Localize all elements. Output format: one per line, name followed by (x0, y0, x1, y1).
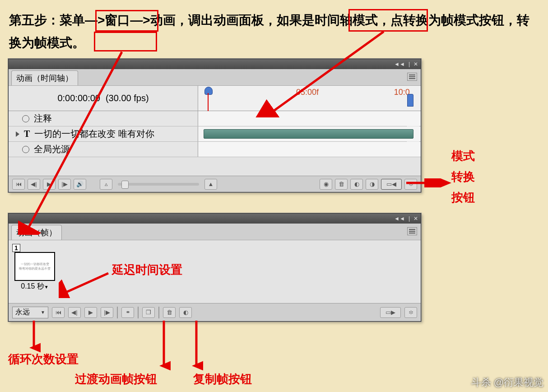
misc-button-2[interactable]: ◑ (366, 179, 378, 190)
fps-label: (30.00 fps) (106, 93, 149, 103)
anno-copy: 复制帧按钮 (193, 371, 252, 387)
convert-mode-button[interactable]: ▭◀ (381, 179, 402, 190)
frame-thumb-1[interactable]: 1 一切的一切都在改变 唯有对你的爱永远不变 0.15 秒▼ (12, 244, 57, 291)
arrow-loop (27, 321, 41, 352)
prev-frame-button[interactable]: ◀| (28, 179, 40, 190)
resize-grip-icon[interactable]: ፨ (404, 179, 417, 190)
resize-grip-icon[interactable]: ፨ (404, 307, 417, 318)
track-label: 全局光源 (34, 143, 70, 155)
watermark: 斗杀 @衍果视觉 (471, 376, 543, 389)
work-area-end[interactable] (407, 94, 413, 107)
rewind-button[interactable]: ⏮ (12, 179, 25, 190)
tab-frame[interactable]: 动画（帧） (11, 225, 62, 240)
onion-skin-button[interactable]: ◉ (320, 179, 332, 190)
expand-icon[interactable] (16, 131, 19, 137)
type-icon: T (24, 129, 30, 139)
frame-preview: 一切的一切都在改变 唯有对你的爱永远不变 (14, 252, 55, 281)
delete-button[interactable]: 🗑 (335, 179, 348, 190)
timecode-area: 0:00:00:00 (30.00 fps) (9, 86, 198, 111)
frame-delay-label[interactable]: 0.15 秒▼ (21, 282, 49, 291)
duplicate-frame-button[interactable]: ❐ (142, 307, 155, 318)
anno-mode-2: 转换 (451, 169, 475, 185)
prev-frame-button[interactable]: ◀| (68, 307, 81, 318)
anno-tween: 过渡动画帧按钮 (75, 371, 157, 387)
layer-duration-bar[interactable] (204, 129, 413, 139)
stopwatch-icon[interactable] (22, 146, 29, 153)
playhead-icon[interactable] (203, 87, 214, 110)
close-icon[interactable]: ✕ (413, 215, 418, 222)
next-frame-button[interactable]: |▶ (58, 179, 71, 190)
play-button[interactable]: ▶ (84, 307, 97, 318)
stopwatch-icon[interactable] (22, 115, 29, 122)
anno-delay: 延迟时间设置 (112, 262, 182, 278)
arrow-copy (190, 321, 203, 370)
anno-mode-1: 模式 (451, 148, 475, 164)
delete-frame-button[interactable]: 🗑 (163, 307, 176, 318)
play-button[interactable]: ▶ (43, 179, 56, 190)
loop-select[interactable]: 永远 (12, 307, 48, 318)
misc-frame-button[interactable]: ◐ (179, 307, 192, 318)
timeline-ruler[interactable]: 0:00:00:00 (30.00 fps) 05:00f 10:0 (9, 86, 421, 111)
divider-icon: | (409, 61, 410, 67)
zoom-in-icon[interactable]: ▲ (204, 179, 217, 190)
ruler-mark-5s: 05:00f (296, 88, 319, 97)
track-text-layer[interactable]: T 一切的一切都在改变 唯有对你 (9, 126, 421, 142)
collapse-icon[interactable]: ◄◄ (394, 215, 405, 222)
anno-loop: 循环次数设置 (8, 351, 79, 367)
step-instruction: 第五步：菜单—>窗口—>动画，调出动画面板，如果是时间轴模式，点转换为帧模式按钮… (9, 9, 539, 55)
track-label: 注释 (34, 112, 52, 125)
tab-row: 动画（帧） (9, 224, 421, 240)
timeline-footer: ⏮ ◀| ▶ |▶ 🔊 ▵ ▲ ◉ 🗑 ◐ ◑ ▭◀ ፨ (9, 176, 421, 192)
zoom-slider[interactable] (118, 183, 199, 186)
panel-titlebar: ◄◄ | ✕ (9, 59, 421, 69)
panel-titlebar: ◄◄ | ✕ (9, 214, 421, 224)
timeline-panel: ◄◄ | ✕ 动画（时间轴） 0:00:00:00 (30.00 fps) 05… (8, 59, 421, 192)
divider-icon: | (409, 215, 410, 222)
convert-mode-button-2[interactable]: ▭▶ (380, 307, 401, 318)
timecode: 0:00:00:00 (57, 93, 100, 103)
frame-body: 1 一切的一切都在改变 唯有对你的爱永远不变 0.15 秒▼ (9, 240, 421, 303)
tab-timeline[interactable]: 动画（时间轴） (11, 70, 78, 85)
timeline-body: 0:00:00:00 (30.00 fps) 05:00f 10:0 注释 T … (9, 85, 421, 176)
audio-button[interactable]: 🔊 (74, 179, 86, 190)
frame-panel: ◄◄ | ✕ 动画（帧） 1 一切的一切都在改变 唯有对你的爱永远不变 0.15… (8, 213, 421, 322)
close-icon[interactable]: ✕ (413, 61, 418, 67)
frame-number: 1 (12, 244, 20, 252)
zoom-out-icon[interactable]: ▵ (100, 179, 112, 190)
panel-menu-icon[interactable] (407, 73, 417, 81)
arrow-tween (157, 321, 171, 370)
first-frame-button[interactable]: ⏮ (52, 307, 65, 318)
track-comments: 注释 (9, 111, 421, 126)
collapse-icon[interactable]: ◄◄ (394, 61, 405, 67)
anno-mode-3: 按钮 (451, 190, 475, 205)
track-label: 一切的一切都在改变 唯有对你 (34, 128, 154, 140)
next-frame-button[interactable]: |▶ (101, 307, 113, 318)
tab-row: 动画（时间轴） (9, 69, 421, 85)
frame-footer: 永远 ⏮ ◀| ▶ |▶ ⚭ ❐ 🗑 ◐ ▭▶ ፨ (9, 303, 421, 321)
misc-button-1[interactable]: ◐ (350, 179, 363, 190)
panel-menu-icon[interactable] (407, 227, 417, 235)
tween-button[interactable]: ⚭ (121, 307, 134, 318)
track-global-light: 全局光源 (9, 142, 421, 157)
